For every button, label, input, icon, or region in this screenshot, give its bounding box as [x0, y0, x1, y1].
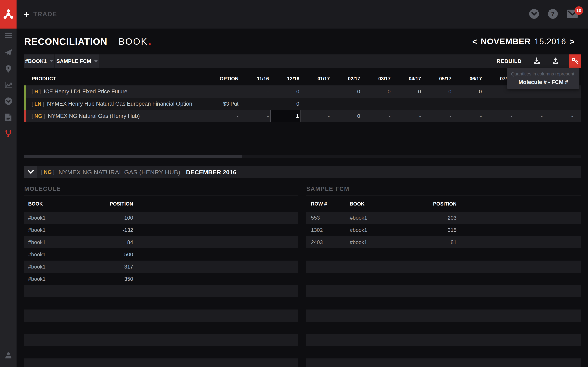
column-header-position: POSITION — [86, 201, 133, 207]
prev-date-button[interactable]: < — [472, 38, 477, 46]
molecule-logo-icon — [3, 8, 14, 20]
account-menu-button[interactable] — [529, 9, 539, 20]
ticker-code: H — [34, 89, 38, 95]
position-table-row[interactable]: [ H ]ICE Henry LD1 Fixed Price Future--0… — [24, 85, 581, 98]
sidebar-item-send[interactable] — [0, 48, 17, 58]
position-cell[interactable]: $3 Put — [198, 101, 240, 107]
download-button[interactable] — [533, 58, 540, 65]
new-trade-button[interactable]: + TRADE — [24, 0, 57, 29]
position-cell[interactable]: 0 — [270, 98, 301, 110]
collapse-section-button[interactable] — [24, 166, 37, 178]
date-navigator: < NOVEMBER 15.2016 > — [472, 29, 575, 54]
position-cell[interactable]: 0 — [331, 85, 362, 98]
position-cell[interactable]: - — [423, 110, 453, 122]
top-bar: + TRADE ? — [0, 0, 588, 29]
position-cell[interactable]: - — [453, 98, 484, 110]
book-dropdown-label: #BOOK1 — [25, 58, 47, 64]
fcm-row[interactable]: 553#book1203 — [306, 212, 581, 224]
trade-label: TRADE — [33, 11, 57, 18]
position-cell[interactable]: - — [544, 98, 575, 110]
detail-section-header[interactable]: [NG] NYMEX NG NATURAL GAS (HENRY HUB) DE… — [24, 166, 581, 178]
sidebar-item-analytics[interactable] — [0, 81, 17, 90]
row-status-strip — [24, 98, 26, 110]
molecule-panel: MOLECULE BOOK POSITION #book1100#book1-1… — [24, 183, 298, 367]
molecule-row[interactable]: #book184 — [24, 236, 298, 248]
position-cell[interactable]: - — [198, 113, 240, 119]
molecule-row[interactable]: #book1350 — [24, 273, 298, 285]
position-cell[interactable]: - — [301, 98, 331, 110]
position-cell[interactable]: - — [198, 89, 240, 95]
panel-cell: 350 — [86, 276, 133, 282]
position-cell[interactable]: - — [392, 110, 423, 122]
molecule-panel-title: MOLECULE — [24, 183, 298, 192]
position-cell[interactable]: 0 — [331, 110, 362, 122]
position-cell[interactable]: - — [240, 98, 270, 110]
sidebar-item-reconciliation-active[interactable] — [0, 129, 17, 139]
position-cell[interactable]: - — [301, 110, 331, 122]
rebuild-button[interactable]: REBUILD — [497, 58, 522, 64]
position-cell[interactable]: - — [240, 85, 270, 98]
question-circle-icon: ? — [548, 9, 558, 20]
fcm-row — [306, 346, 581, 359]
download-icon — [533, 58, 540, 65]
position-cell[interactable]: - — [514, 98, 544, 110]
position-cell[interactable]: - — [301, 85, 331, 98]
horizontal-scrollbar-thumb[interactable] — [24, 155, 242, 158]
user-profile-button[interactable] — [0, 351, 17, 361]
ticker-code: NG — [34, 113, 42, 119]
molecule-row — [24, 309, 298, 322]
ticker-code: NG — [44, 169, 52, 175]
next-date-button[interactable]: > — [570, 38, 575, 46]
key-icon — [571, 57, 579, 66]
column-header: 05/17 — [423, 76, 453, 82]
position-cell[interactable]: - — [544, 110, 575, 122]
position-cell[interactable]: - — [240, 110, 270, 122]
upload-button[interactable] — [552, 58, 559, 65]
position-table: PRODUCTOPTION11/1612/1601/1702/1703/1704… — [24, 72, 581, 122]
position-cell[interactable]: 0 — [453, 85, 484, 98]
position-cell[interactable]: - — [514, 110, 544, 122]
app-logo[interactable] — [0, 0, 17, 29]
position-cell[interactable]: - — [331, 98, 362, 110]
book-dropdown[interactable]: #BOOK1 — [24, 54, 54, 68]
position-cell[interactable]: 0 — [362, 85, 392, 98]
position-cell[interactable]: 1 — [270, 110, 301, 122]
permissions-key-button[interactable] — [569, 54, 581, 68]
molecule-row — [24, 346, 298, 359]
molecule-row — [24, 285, 298, 297]
sidebar-item-locations[interactable] — [0, 64, 17, 74]
position-cell[interactable]: - — [484, 98, 514, 110]
position-cell[interactable]: - — [362, 98, 392, 110]
menu-button[interactable] — [0, 31, 17, 41]
position-cell[interactable]: 0 — [423, 85, 453, 98]
molecule-row[interactable]: #book1-317 — [24, 261, 298, 273]
product-cell: [ NG ]NYMEX NG Natural Gas (Henry Hub) — [24, 113, 198, 119]
position-cell[interactable]: 0 — [270, 85, 301, 98]
position-table-row[interactable]: [ LN ]NYMEX Henry Hub Natural Gas Europe… — [24, 98, 581, 110]
horizontal-scrollbar-track[interactable] — [24, 155, 581, 158]
molecule-row — [24, 334, 298, 346]
position-cell[interactable]: - — [423, 98, 453, 110]
position-cell[interactable]: - — [484, 110, 514, 122]
panel-cell: 553 — [306, 215, 350, 221]
position-table-row[interactable]: [ NG ]NYMEX NG Natural Gas (Henry Hub)--… — [24, 110, 581, 122]
panel-cell: #book1 — [24, 227, 86, 233]
position-cell[interactable]: 0 — [392, 85, 423, 98]
help-button[interactable]: ? — [548, 9, 558, 20]
molecule-row[interactable]: #book1-132 — [24, 224, 298, 236]
position-cell[interactable]: - — [453, 110, 484, 122]
panel-cell: 100 — [86, 215, 133, 221]
sidebar-item-documents[interactable] — [0, 113, 17, 123]
fcm-row[interactable]: 1302#book1315 — [306, 224, 581, 236]
fcm-row[interactable]: 2403#book181 — [306, 236, 581, 248]
fcm-dropdown[interactable]: SAMPLE FCM — [55, 54, 99, 68]
molecule-row[interactable]: #book1500 — [24, 248, 298, 261]
position-cell[interactable]: - — [362, 110, 392, 122]
position-cell[interactable]: - — [392, 98, 423, 110]
left-sidebar — [0, 29, 17, 367]
sidebar-item-approvals[interactable] — [0, 97, 17, 106]
molecule-row[interactable]: #book1100 — [24, 212, 298, 224]
paper-plane-icon — [4, 49, 12, 57]
page-title: RECONCILIATION BOOK . — [24, 29, 151, 54]
messages-button[interactable]: 10 — [567, 9, 578, 19]
